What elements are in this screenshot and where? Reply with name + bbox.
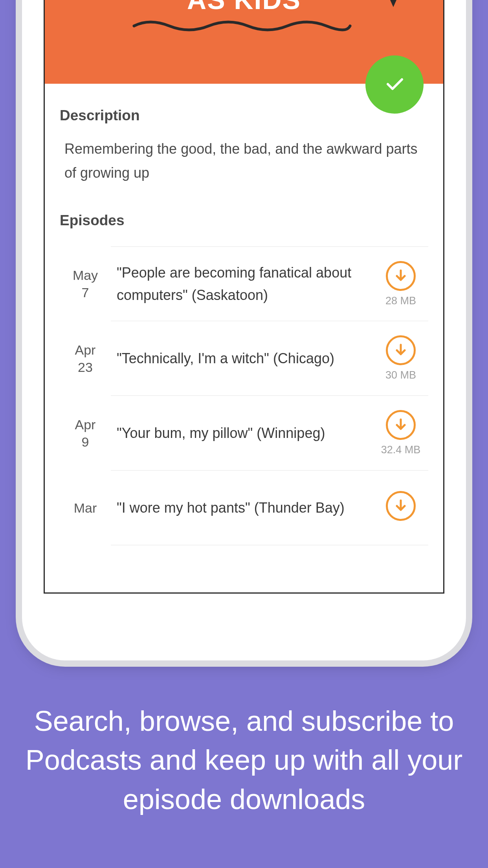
episode-size: 28 MB bbox=[385, 295, 416, 307]
description-text: Remembering the good, the bad, and the a… bbox=[60, 137, 428, 185]
squiggle-underline bbox=[130, 16, 358, 37]
download-icon bbox=[386, 410, 416, 440]
pencil-icon bbox=[378, 0, 409, 18]
download-button[interactable]: 28 MB bbox=[379, 261, 422, 307]
episode-month: May bbox=[73, 267, 98, 284]
episode-day: 23 bbox=[78, 359, 93, 376]
subscribed-button[interactable] bbox=[365, 55, 424, 114]
check-icon bbox=[382, 72, 407, 97]
episode-row[interactable]: May 7 "People are becoming fanatical abo… bbox=[60, 246, 428, 321]
episode-day: 7 bbox=[82, 284, 89, 301]
download-icon bbox=[386, 491, 416, 521]
podcast-title-art: THINGS THEY WROTE AS KIDS bbox=[122, 0, 366, 37]
episode-month: Apr bbox=[75, 416, 96, 433]
episode-title: "I wore my hot pants" (Thunder Bay) bbox=[117, 497, 379, 519]
svg-marker-4 bbox=[385, 0, 401, 7]
download-icon bbox=[386, 335, 416, 365]
download-button[interactable] bbox=[379, 491, 422, 525]
phone-screen: THINGS THEY WROTE AS KIDS bbox=[44, 0, 444, 594]
episode-day: 9 bbox=[82, 433, 89, 451]
episode-list: May 7 "People are becoming fanatical abo… bbox=[60, 246, 428, 545]
podcast-title-line3: AS KIDS bbox=[187, 0, 301, 12]
episode-title: "Your bum, my pillow" (Winnipeg) bbox=[117, 422, 379, 445]
download-icon bbox=[386, 261, 416, 291]
episode-row[interactable]: Mar "I wore my hot pants" (Thunder Bay) bbox=[60, 471, 428, 545]
download-button[interactable]: 30 MB bbox=[379, 335, 422, 381]
description-heading: Description bbox=[60, 107, 428, 124]
episode-month: Mar bbox=[74, 499, 97, 517]
episode-date: Apr 23 bbox=[60, 321, 111, 396]
content-area: Description Remembering the good, the ba… bbox=[45, 84, 443, 545]
episode-month: Apr bbox=[75, 341, 96, 359]
episode-row[interactable]: Apr 9 "Your bum, my pillow" (Winnipeg) 3… bbox=[60, 396, 428, 471]
download-button[interactable]: 32.4 MB bbox=[379, 410, 422, 456]
episode-title: "Technically, I'm a witch" (Chicago) bbox=[117, 347, 379, 370]
episode-title: "People are becoming fanatical about com… bbox=[117, 261, 379, 307]
episode-size: 30 MB bbox=[385, 369, 416, 381]
episode-size: 32.4 MB bbox=[381, 444, 421, 456]
episode-date: May 7 bbox=[60, 246, 111, 321]
phone-frame: THINGS THEY WROTE AS KIDS bbox=[22, 0, 466, 660]
episodes-heading: Episodes bbox=[60, 212, 428, 229]
episode-date: Apr 9 bbox=[60, 396, 111, 471]
episode-date: Mar bbox=[60, 471, 111, 545]
episode-row[interactable]: Apr 23 "Technically, I'm a witch" (Chica… bbox=[60, 321, 428, 396]
promo-text: Search, browse, and subscribe to Podcast… bbox=[24, 702, 464, 819]
